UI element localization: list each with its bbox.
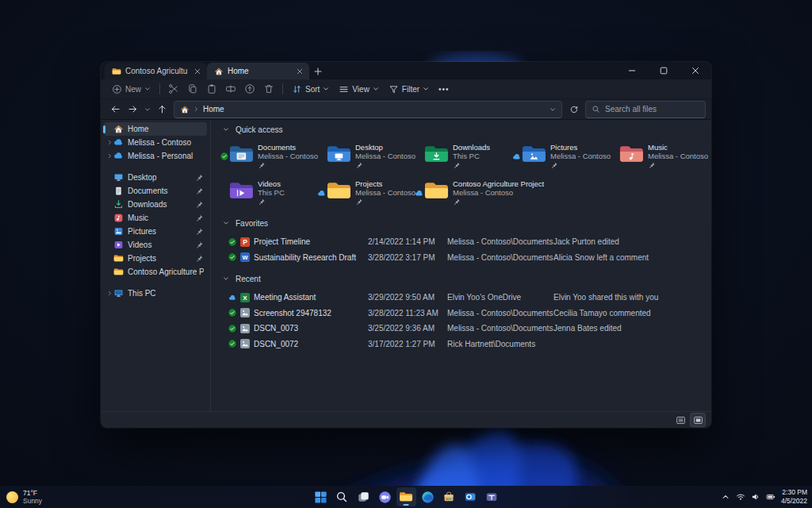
file-row-dscn-0073[interactable]: DSCN_0073 3/25/2022 9:36 AM Melissa - Co… <box>219 321 707 337</box>
file-name: Sustainability Research Draft <box>254 253 356 262</box>
start-button[interactable] <box>311 487 331 506</box>
edge-browser-button[interactable] <box>418 487 438 506</box>
weather-condition: Sunny <box>23 497 42 505</box>
hidden-icons-chevron[interactable] <box>721 492 730 502</box>
pin-icon <box>258 161 266 169</box>
minimize-button[interactable] <box>616 62 648 79</box>
file-row-screenshot-29478132[interactable]: Screenshot 29478132 3/28/2022 11:23 AM M… <box>219 306 707 321</box>
sidebar-item-desktop[interactable]: Desktop <box>104 171 207 184</box>
filter-button[interactable]: Filter <box>384 81 434 97</box>
file-row-sustainability-research-draft[interactable]: W Sustainability Research Draft 3/28/202… <box>219 250 707 266</box>
collapse-chevron-icon[interactable] <box>223 275 229 282</box>
new-button[interactable]: New <box>107 81 155 97</box>
sidebar-item-label: Pictures <box>128 227 195 236</box>
up-button[interactable] <box>153 102 170 117</box>
details-view-toggle[interactable] <box>673 414 688 426</box>
quick-access-tile-projects[interactable]: Projects Melissa - Contoso <box>316 175 414 210</box>
sidebar-item-melissa-contoso[interactable]: Melissa - Contoso <box>104 136 207 149</box>
tab-contoso-agriculture-project[interactable]: Contoso Agriculture Project <box>105 63 207 79</box>
back-button[interactable] <box>106 102 124 117</box>
search-button[interactable] <box>332 487 352 506</box>
chevron-right-icon[interactable] <box>105 153 113 159</box>
folder-location: Melissa - Contoso <box>648 152 706 161</box>
quick-access-tile-downloads[interactable]: Downloads This PC <box>414 139 511 174</box>
sidebar-item-melissa-personal[interactable]: Melissa - Personal <box>104 149 207 163</box>
tab-home[interactable]: Home <box>207 63 309 79</box>
toolbar-separator <box>282 83 283 94</box>
more-options-button[interactable]: ••• <box>434 81 454 97</box>
copy-button[interactable] <box>183 81 202 97</box>
sidebar-item-projects[interactable]: Projects <box>104 252 207 265</box>
weather-widget[interactable]: 71°F Sunny <box>6 489 42 505</box>
file-explorer-button[interactable] <box>396 487 416 506</box>
breadcrumb[interactable]: Home <box>203 105 224 114</box>
sidebar-item-music[interactable]: Music <box>104 211 207 225</box>
section-header-quick-access[interactable]: Quick access <box>219 123 707 136</box>
forward-button[interactable] <box>124 102 141 117</box>
sidebar-item-label: Music <box>128 214 195 222</box>
wifi-icon[interactable] <box>736 492 745 502</box>
sidebar-item-home[interactable]: Home <box>104 122 207 136</box>
file-row-dscn-0072[interactable]: DSCN_0072 3/17/2022 1:27 PM Rick Hartnet… <box>219 337 707 352</box>
chevron-down-icon <box>373 86 379 92</box>
collapse-chevron-icon[interactable] <box>223 220 229 226</box>
pin-icon <box>195 254 204 263</box>
sidebar-item-contoso-agriculture-project[interactable]: Contoso Agriculture Project <box>104 265 207 279</box>
pin-icon <box>355 198 363 206</box>
quick-access-tile-pictures[interactable]: Pictures Melissa - Contoso <box>511 139 609 174</box>
svg-text:X: X <box>243 294 247 302</box>
maximize-button[interactable] <box>648 62 680 79</box>
address-dropdown-icon[interactable] <box>550 106 556 113</box>
taskbar-clock[interactable]: 2:30 PM 4/5/2022 <box>781 488 807 505</box>
outlook-button[interactable] <box>461 487 481 506</box>
sidebar-item-label: Home <box>128 125 204 133</box>
search-input[interactable] <box>605 105 699 114</box>
sidebar-item-pictures[interactable]: Pictures <box>104 225 207 238</box>
chevron-right-icon[interactable] <box>105 291 113 296</box>
desktop-icon <box>113 172 124 183</box>
navigation-bar: Home <box>101 99 711 120</box>
refresh-button[interactable] <box>565 102 583 117</box>
sidebar-item-this-pc[interactable]: This PC <box>104 287 207 300</box>
quick-access-tile-contoso-agriculture-project[interactable]: Contoso Agriculture Project Melissa - Co… <box>414 175 609 210</box>
store-button[interactable] <box>439 487 459 506</box>
large-icons-view-toggle[interactable] <box>691 414 705 426</box>
image-file-icon <box>240 324 250 333</box>
tab-close-icon[interactable] <box>294 66 305 77</box>
view-button[interactable]: View <box>334 81 384 97</box>
delete-button[interactable] <box>259 81 278 97</box>
address-bar[interactable]: Home <box>174 101 562 118</box>
sort-button[interactable]: Sort <box>287 81 334 97</box>
quick-access-tile-documents[interactable]: Documents Melissa - Contoso <box>219 139 316 174</box>
collapse-chevron-icon[interactable] <box>223 126 229 133</box>
close-button[interactable] <box>680 62 711 79</box>
recent-locations-button[interactable] <box>141 102 153 117</box>
battery-icon[interactable] <box>766 492 776 502</box>
rename-button[interactable] <box>221 81 240 97</box>
file-row-project-timeline[interactable]: P Project Timeline 2/14/2022 1:14 PM Mel… <box>219 234 707 250</box>
tab-close-icon[interactable] <box>192 66 203 77</box>
sidebar-item-downloads[interactable]: Downloads <box>104 198 207 211</box>
quick-access-tile-videos[interactable]: Videos This PC <box>219 175 316 210</box>
new-tab-button[interactable] <box>309 64 327 79</box>
sidebar-separator <box>104 279 207 287</box>
file-row-meeting-assistant[interactable]: X Meeting Assistant 3/29/2022 9:50 AM El… <box>219 290 707 306</box>
sidebar-item-videos[interactable]: Videos <box>104 238 207 252</box>
search-box[interactable] <box>585 101 706 118</box>
chat-button[interactable] <box>375 487 395 506</box>
chevron-right-icon[interactable] <box>105 140 113 145</box>
teams-button[interactable] <box>482 487 502 506</box>
cut-button[interactable] <box>164 81 183 97</box>
section-header-favorites[interactable]: Favorites <box>219 217 707 229</box>
quick-access-tile-music[interactable]: Music Melissa - Contoso <box>609 139 707 174</box>
folder-location: Melissa - Contoso <box>453 189 544 198</box>
section-header-recent[interactable]: Recent <box>219 272 707 285</box>
share-button[interactable] <box>240 81 259 97</box>
command-bar: New Sort <box>101 79 711 99</box>
paste-button[interactable] <box>202 81 221 97</box>
sidebar-item-documents[interactable]: Documents <box>104 184 207 198</box>
desktop: Contoso Agriculture Project Home <box>0 0 812 508</box>
task-view-button[interactable] <box>354 487 373 506</box>
quick-access-tile-desktop[interactable]: Desktop Melissa - Contoso <box>316 139 414 174</box>
volume-icon[interactable] <box>751 492 760 502</box>
